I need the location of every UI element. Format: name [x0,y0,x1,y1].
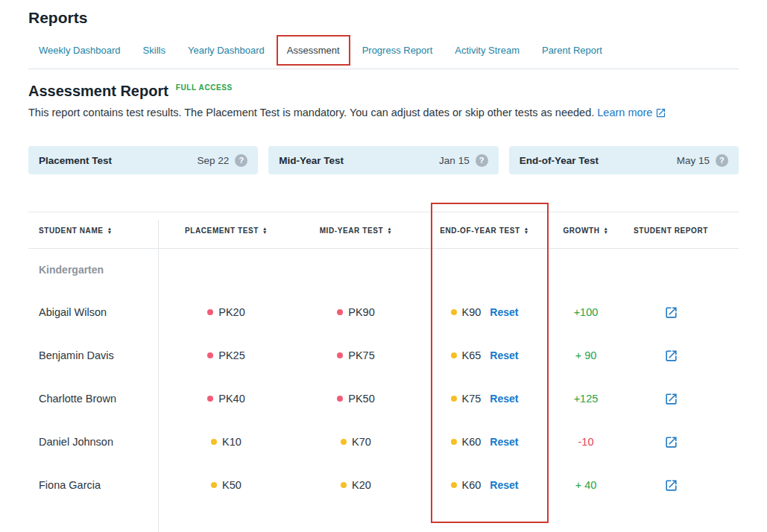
reset-button[interactable]: Reset [490,479,518,491]
report-description: This report contains test results. The P… [28,107,739,121]
external-link-icon[interactable] [655,107,666,121]
reset-button[interactable]: Reset [490,349,518,361]
end-of-year-test-score: K60Reset [417,479,552,491]
reset-button[interactable]: Reset [490,306,518,318]
mid-year-test-score: PK50 [294,393,417,405]
score-dot [211,482,217,488]
table-row: Charlotte Brown PK40 PK50 K75Reset +125 [28,377,739,420]
end-of-year-test-score: K60Reset [417,436,552,448]
score-dot [207,352,213,358]
report-title: Assessment Report [28,83,168,100]
grade-group-kindergarten: Kindergarten [28,249,739,291]
student-report-cell [620,305,722,320]
card-test-date: Jan 15 [439,155,470,166]
report-description-text: This report contains test results. The P… [28,107,594,118]
student-report-link[interactable] [664,478,678,493]
tab-skills[interactable]: Skills [143,45,165,56]
tabs-divider [28,69,739,69]
tab-weekly-dashboard[interactable]: Weekly Dashboard [39,45,121,56]
sort-icon[interactable] [387,227,392,234]
card-test-name: Mid-Year Test [279,155,344,166]
score-dot [341,439,347,445]
student-name: Benjamin Davis [28,349,158,361]
student-report-link[interactable] [664,349,678,363]
end-of-year-test-score: K90Reset [417,306,552,318]
score-dot [337,396,343,402]
test-card-placement: Placement Test Sep 22? [28,146,258,174]
learn-more-link[interactable]: Learn more [597,107,652,118]
help-icon[interactable]: ? [476,154,488,167]
column-header-placement-test[interactable]: PLACEMENT TEST [158,227,294,235]
growth-cell: -10 [552,436,620,448]
mid-year-test-score: K70 [294,436,417,448]
assessment-table: STUDENT NAME PLACEMENT TEST MID-YEAR TES… [28,212,739,507]
page-title: Reports [28,0,739,27]
test-card-midyear: Mid-Year Test Jan 15? [268,146,498,174]
placement-test-score: K10 [158,436,294,448]
tab-assessment[interactable]: Assessment [287,45,340,56]
growth-cell: +125 [552,393,620,405]
card-test-name: End-of-Year Test [520,155,599,166]
score-dot [207,309,213,315]
tab-progress-report[interactable]: Progress Report [362,45,433,56]
student-report-cell [620,349,722,363]
report-tabs: Weekly Dashboard Skills Yearly Dashboard… [28,39,739,61]
placement-test-score: K50 [158,479,294,491]
column-header-mid-year-test[interactable]: MID-YEAR TEST [294,227,417,235]
growth-cell: + 90 [552,349,620,361]
score-dot [211,439,217,445]
sort-icon[interactable] [262,227,268,234]
reports-page: Reports Weekly Dashboard Skills Yearly D… [0,0,767,532]
score-dot [451,482,457,488]
growth-cell: +100 [552,306,620,318]
end-of-year-test-score: K75Reset [417,393,552,405]
table-row: Fiona Garcia K50 K20 K60Reset + 40 [28,463,739,507]
student-report-cell [620,435,722,449]
tab-yearly-dashboard[interactable]: Yearly Dashboard [188,45,265,56]
mid-year-test-score: PK90 [294,306,417,318]
full-access-badge: FULL ACCESS [176,83,233,92]
table-column-divider [158,220,159,532]
tab-parent-report[interactable]: Parent Report [542,45,602,56]
score-dot [451,396,457,402]
student-name: Fiona Garcia [28,479,158,491]
sort-icon[interactable] [604,227,609,234]
test-card-endyear: End-of-Year Test May 15? [509,146,739,174]
student-report-cell [620,478,722,493]
student-name: Charlotte Brown [28,393,158,405]
student-report-link[interactable] [664,435,678,449]
column-header-student-report: STUDENT REPORT [620,227,722,235]
student-name: Daniel Johnson [28,436,158,448]
score-dot [337,352,343,358]
tab-assessment-label: Assessment [287,45,340,56]
score-dot [451,309,457,315]
student-report-link[interactable] [664,392,678,406]
score-dot [341,482,347,488]
column-header-student-name[interactable]: STUDENT NAME [28,227,158,235]
table-row: Benjamin Davis PK25 PK75 K65Reset + 90 [28,334,739,377]
student-name: Abigail Wilson [28,306,158,318]
growth-cell: + 40 [552,479,620,491]
reset-button[interactable]: Reset [490,436,518,448]
test-date-cards: Placement Test Sep 22? Mid-Year Test Jan… [28,146,739,174]
help-icon[interactable]: ? [235,154,247,167]
card-test-date: May 15 [677,155,710,166]
help-icon[interactable]: ? [716,154,728,167]
score-dot [337,309,343,315]
table-header-row: STUDENT NAME PLACEMENT TEST MID-YEAR TES… [28,212,739,249]
sort-icon[interactable] [107,227,113,234]
table-row: Abigail Wilson PK20 PK90 K90Reset +100 [28,291,739,334]
placement-test-score: PK25 [158,349,294,361]
tab-activity-stream[interactable]: Activity Stream [455,45,520,56]
card-test-name: Placement Test [39,155,112,166]
column-header-end-of-year-test[interactable]: END-OF-YEAR TEST [417,227,552,235]
student-report-link[interactable] [664,305,678,320]
reset-button[interactable]: Reset [490,393,518,405]
column-header-growth[interactable]: GROWTH [552,227,620,235]
score-dot [207,396,213,402]
end-of-year-test-score: K65Reset [417,349,552,361]
score-dot [451,352,457,358]
mid-year-test-score: PK75 [294,349,417,361]
sort-icon[interactable] [524,227,529,234]
placement-test-score: PK40 [158,393,294,405]
